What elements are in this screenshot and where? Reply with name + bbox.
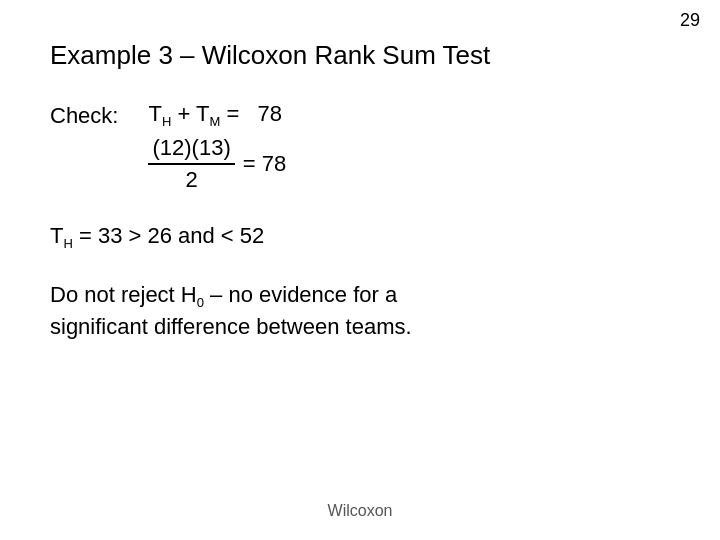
fraction: (12)(13) 2 xyxy=(148,135,234,193)
check-math: TH + TM = 78 (12)(13) 2 = 78 xyxy=(148,101,286,193)
result-section: TH = 33 > 26 and < 52 xyxy=(50,223,670,251)
fraction-denominator: 2 xyxy=(185,165,197,193)
check-label: Check: xyxy=(50,101,118,193)
fraction-eq: = 78 xyxy=(243,151,286,177)
check-section: Check: TH + TM = 78 (12)(13) 2 = 78 xyxy=(50,101,670,193)
fraction-row: (12)(13) 2 = 78 xyxy=(148,135,286,193)
result-text: = 33 > 26 and < 52 xyxy=(73,223,264,248)
title: Example 3 – Wilcoxon Rank Sum Test xyxy=(50,40,670,71)
page-number: 29 xyxy=(680,10,700,31)
check-line1: TH + TM = 78 xyxy=(148,101,286,129)
conclusion-line1: Do not reject H0 – no evidence for a xyxy=(50,280,670,313)
fraction-numerator: (12)(13) xyxy=(148,135,234,165)
conclusion-section: Do not reject H0 – no evidence for a sig… xyxy=(50,280,670,343)
conclusion-line2: significant difference between teams. xyxy=(50,312,670,343)
footer: Wilcoxon xyxy=(328,502,393,520)
